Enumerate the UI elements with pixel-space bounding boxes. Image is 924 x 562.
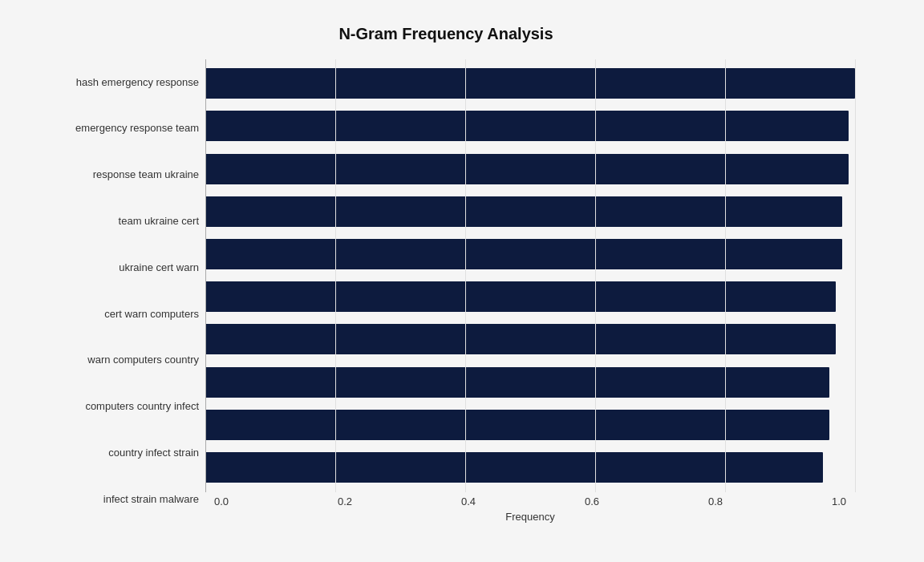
- y-axis-label: emergency response team: [75, 105, 199, 152]
- bar: [205, 68, 855, 99]
- x-tick-label: 0.8: [699, 495, 732, 507]
- y-axis-label: response team ukraine: [93, 152, 199, 198]
- bar: [205, 367, 829, 398]
- x-tick-label: 0.0: [205, 495, 237, 507]
- x-axis: 0.00.20.40.60.81.0 Frequency: [205, 492, 855, 524]
- bar-row: [205, 105, 855, 148]
- y-axis-label: country infect strain: [108, 430, 199, 476]
- y-axis-labels: hash emergency responseemergency respons…: [37, 59, 205, 524]
- bar-row: [205, 403, 855, 446]
- bar-row: [205, 63, 855, 105]
- bar: [205, 281, 836, 312]
- bar: [205, 324, 836, 354]
- grid-line: [855, 59, 856, 492]
- y-axis-label: cert warn computers: [104, 290, 199, 337]
- x-tick-label: 1.0: [823, 495, 855, 507]
- bars-area: [205, 59, 855, 492]
- bar-row: [205, 446, 855, 488]
- bar-row: [205, 318, 855, 361]
- y-axis-label: infect strain malware: [103, 476, 199, 523]
- bar: [205, 154, 849, 184]
- bars-and-xaxis: 0.00.20.40.60.81.0 Frequency: [205, 59, 855, 524]
- chart-title: N-Gram Frequency Analysis: [37, 25, 855, 43]
- bar: [205, 239, 842, 269]
- x-tick-label: 0.4: [452, 495, 484, 507]
- bar-row: [205, 361, 855, 403]
- bar: [205, 196, 842, 227]
- y-axis-label: hash emergency response: [76, 59, 199, 106]
- bar-row: [205, 276, 855, 318]
- y-axis-label: team ukraine cert: [119, 198, 199, 245]
- y-axis-label: ukraine cert warn: [119, 245, 199, 291]
- x-tick-label: 0.2: [329, 495, 361, 507]
- bar-row: [205, 232, 855, 275]
- x-axis-title: Frequency: [205, 511, 855, 523]
- y-axis-label: warn computers country: [87, 337, 199, 383]
- bar: [205, 111, 849, 141]
- bar-row: [205, 148, 855, 190]
- x-tick-label: 0.6: [576, 495, 608, 507]
- bar-row: [205, 190, 855, 232]
- bar: [205, 452, 823, 483]
- bar: [205, 410, 829, 440]
- chart-area: hash emergency responseemergency respons…: [37, 59, 855, 524]
- y-axis-label: computers country infect: [85, 383, 199, 430]
- chart-container: N-Gram Frequency Analysis hash emergency…: [21, 9, 903, 554]
